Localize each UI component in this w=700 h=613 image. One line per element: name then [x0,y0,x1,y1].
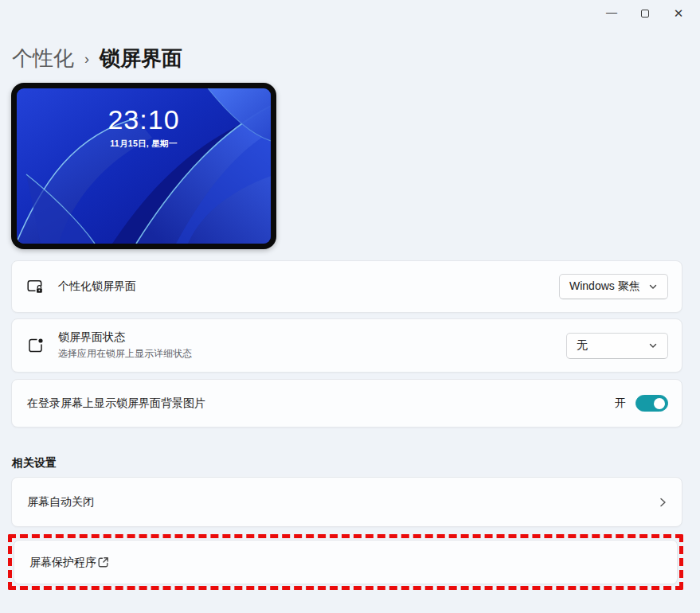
window-controls: — ✕ [595,2,695,25]
chevron-down-icon [648,282,658,291]
preview-date: 11月15日, 星期一 [17,139,271,150]
maximize-icon [641,10,649,18]
close-icon: ✕ [674,6,684,21]
lock-screen-wallpaper: 23:10 11月15日, 星期一 [17,88,271,244]
screen-timeout-label: 屏幕自动关闭 [27,495,94,510]
status-dropdown-value: 无 [577,338,588,353]
personalize-dropdown-value: Windows 聚焦 [569,279,640,294]
screensaver-row[interactable]: 屏幕保护程序 [14,540,678,584]
show-background-row: 在登录屏幕上显示锁屏界面背景图片 开 [11,379,682,428]
display-lock-icon [27,279,45,295]
lock-screen-status-row: 锁屏界面状态 选择应用在锁屏上显示详细状态 无 [11,318,682,373]
open-external-icon [96,556,110,569]
breadcrumb: 个性化 › 锁屏界面 [12,45,182,72]
status-row-title: 锁屏界面状态 [58,330,192,345]
lock-screen-preview: 23:10 11月15日, 星期一 [11,83,276,249]
status-row-subtitle: 选择应用在锁屏上显示详细状态 [58,347,192,361]
status-dropdown[interactable]: 无 [566,333,668,359]
personalize-dropdown[interactable]: Windows 聚焦 [559,274,668,299]
show-background-label: 在登录屏幕上显示锁屏界面背景图片 [27,396,205,411]
toggle-knob [654,398,665,409]
personalize-row-label: 个性化锁屏界面 [58,279,136,294]
screensaver-label: 屏幕保护程序 [29,556,96,568]
personalize-lock-screen-row: 个性化锁屏界面 Windows 聚焦 [11,260,682,313]
display-status-icon [27,337,45,354]
chevron-down-icon [648,341,658,350]
screen-timeout-row[interactable]: 屏幕自动关闭 [11,477,682,527]
breadcrumb-separator-icon: › [84,51,89,68]
chevron-right-icon [657,497,668,508]
annotation-highlight: 屏幕保护程序 [8,534,683,590]
close-button[interactable]: ✕ [662,2,695,25]
page-title: 锁屏界面 [100,45,182,72]
maximize-button[interactable] [628,2,662,25]
breadcrumb-parent[interactable]: 个性化 [12,45,74,72]
background-toggle[interactable] [635,395,668,412]
minimize-icon: — [606,6,617,18]
minimize-button[interactable]: — [595,2,628,25]
preview-clock: 23:10 [17,104,271,135]
toggle-state-label: 开 [615,396,626,411]
related-settings-heading: 相关设置 [12,456,57,470]
